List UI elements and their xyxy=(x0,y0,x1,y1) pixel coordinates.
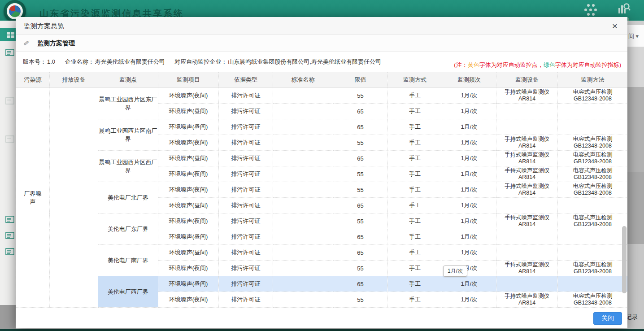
equipment-cell xyxy=(50,88,98,308)
table-cell: 手工 xyxy=(388,276,442,292)
table-cell: 手持式噪声监测仪 AR814 xyxy=(496,151,558,166)
table-cell xyxy=(273,261,333,276)
table-cell xyxy=(496,229,558,245)
column-header: 监测点 xyxy=(98,72,158,88)
table-row[interactable]: 美伦电厂西厂界环境噪声(昼间)排污许可证65手工1月/次 xyxy=(16,276,628,292)
column-header: 监测设备 xyxy=(496,72,558,88)
table-cell: 1月/次 xyxy=(442,135,496,151)
table-cell xyxy=(496,245,558,261)
table-cell: 电容式声压检测 GB12348-2008 xyxy=(558,166,628,182)
modal-footer: 关闭 xyxy=(16,308,627,328)
vertical-scrollbar[interactable] xyxy=(622,226,627,293)
table-cell: 排污许可证 xyxy=(219,182,273,198)
column-header: 监测项目 xyxy=(158,72,219,88)
table-cell: 排污许可证 xyxy=(219,119,273,135)
table-cell: 电容式声压检测 GB12348-2008 xyxy=(558,182,628,198)
table-cell: 55 xyxy=(333,261,388,276)
table-cell: 排污许可证 xyxy=(219,88,273,104)
table-cell: 手工 xyxy=(388,119,442,135)
table-cell xyxy=(273,245,333,261)
time-dropdown-partial[interactable]: 间 ▾ xyxy=(628,32,639,40)
table-cell xyxy=(273,88,333,104)
table-cell: 65 xyxy=(333,198,388,213)
table-row[interactable]: 美伦电厂北厂界环境噪声(夜间)排污许可证55手工1月/次手持式噪声监测仪 AR8… xyxy=(16,182,628,198)
close-icon[interactable]: × xyxy=(609,21,620,31)
table-cell: 手工 xyxy=(388,151,442,166)
record-text-partial: 记录 xyxy=(626,313,638,321)
table-cell: 环境噪声(夜间) xyxy=(158,182,219,198)
table-cell xyxy=(273,198,333,213)
table-cell: 1月/次 xyxy=(442,104,496,119)
monitor-point-cell: 美伦电厂南厂界 xyxy=(98,245,158,276)
monitor-point-cell: 美伦电厂北厂界 xyxy=(98,182,158,213)
table-cell: 手工 xyxy=(388,198,442,213)
plan-info-row: 版本号：1.0 企业名称：寿光美伦纸业有限责任公司 对应自动监控企业：山东晨鸣纸… xyxy=(16,52,627,72)
apps-grid-icon[interactable] xyxy=(584,4,598,17)
table-cell: 手工 xyxy=(388,261,442,276)
table-cell: 手工 xyxy=(388,245,442,261)
pollution-source-cell: 厂界噪声 xyxy=(16,88,50,308)
table-cell: 1月/次 xyxy=(442,151,496,166)
monitor-point-cell: 美伦电厂东厂界 xyxy=(98,213,158,245)
plan-table-body: 厂界噪声晨鸣工业园西片区东厂界环境噪声(夜间)排污许可证55手工1月/次手持式噪… xyxy=(16,88,628,308)
table-cell: 排污许可证 xyxy=(219,292,273,308)
monitor-point-cell: 晨鸣工业园西片区东厂界 xyxy=(98,88,158,119)
table-row[interactable]: 厂界噪声晨鸣工业园西片区东厂界环境噪声(夜间)排污许可证55手工1月/次手持式噪… xyxy=(16,88,628,104)
table-cell: 环境噪声(昼间) xyxy=(158,119,219,135)
table-cell: 55 xyxy=(333,88,388,104)
document-icon[interactable] xyxy=(5,48,14,57)
table-row[interactable]: 晨鸣工业园西片区南厂界环境噪声(昼间)排污许可证65手工1月/次 xyxy=(16,119,628,135)
table-cell: 55 xyxy=(333,182,388,198)
table-cell: 1月/次 xyxy=(442,119,496,135)
auto-company-value: 山东晨鸣纸业集团股份有限公司,寿光美伦纸业有限责任公司 xyxy=(228,58,381,65)
modal-header: 监测方案总览 × xyxy=(16,17,627,35)
table-cell: 55 xyxy=(333,166,388,182)
table-cell xyxy=(558,229,628,245)
column-header: 污染源 xyxy=(16,72,50,88)
table-cell: 1月/次 xyxy=(442,245,496,261)
document-icon[interactable] xyxy=(5,248,14,256)
table-cell: 1月/次 xyxy=(442,276,496,292)
sidebar-item-dashboard[interactable] xyxy=(0,28,16,41)
close-button[interactable]: 关闭 xyxy=(593,312,622,325)
table-cell: 1月/次 xyxy=(442,198,496,213)
table-cell xyxy=(558,198,628,213)
table-cell xyxy=(558,119,628,135)
company-label: 企业名称： xyxy=(65,58,94,65)
table-cell: 65 xyxy=(333,119,388,135)
version-label: 版本号： xyxy=(23,58,46,65)
table-cell: 环境噪声(夜间) xyxy=(158,213,219,229)
table-cell: 排污许可证 xyxy=(219,151,273,166)
column-header: 监测方式 xyxy=(388,72,442,88)
document-icon[interactable] xyxy=(5,215,14,223)
column-header: 标准名称 xyxy=(273,72,333,88)
document-icon[interactable] xyxy=(5,135,14,143)
table-cell xyxy=(273,229,333,245)
table-row[interactable]: 晨鸣工业园西片区西厂界环境噪声(昼间)排污许可证65手工1月/次手持式噪声监测仪… xyxy=(16,151,628,166)
table-cell: 电容式声压检测 GB12348-2008 xyxy=(558,213,628,229)
plan-info: 版本号：1.0 企业名称：寿光美伦纸业有限责任公司 对应自动监控企业：山东晨鸣纸… xyxy=(23,58,382,66)
table-cell: 手持式噪声监测仪 AR814 xyxy=(496,135,558,151)
document-icon[interactable] xyxy=(5,97,14,105)
frequency-tooltip: 1月/次 xyxy=(443,266,467,277)
company-value: 寿光美伦纸业有限责任公司 xyxy=(95,58,165,65)
table-cell: 手持式噪声监测仪 AR814 xyxy=(496,292,558,308)
document-icon[interactable] xyxy=(5,231,14,240)
table-cell xyxy=(496,276,558,292)
table-cell: 排污许可证 xyxy=(219,261,273,276)
table-cell xyxy=(496,119,558,135)
table-cell: 手工 xyxy=(388,229,442,245)
table-cell xyxy=(273,151,333,166)
table-cell: 排污许可证 xyxy=(219,198,273,213)
sidebar-bottom-block xyxy=(0,305,16,329)
table-row[interactable]: 美伦电厂东厂界环境噪声(夜间)排污许可证55手工1月/次手持式噪声监测仪 AR8… xyxy=(16,213,628,229)
table-row[interactable]: 美伦电厂南厂界环境噪声(昼间)排污许可证65手工1月/次 xyxy=(16,245,628,261)
table-cell xyxy=(496,104,558,119)
table-cell: 手工 xyxy=(388,166,442,182)
table-cell: 65 xyxy=(333,151,388,166)
table-cell xyxy=(273,166,333,182)
table-cell xyxy=(273,119,333,135)
table-cell: 65 xyxy=(333,276,388,292)
table-cell: 环境噪声(昼间) xyxy=(158,104,219,119)
pen-icon: ✐ xyxy=(23,39,29,48)
